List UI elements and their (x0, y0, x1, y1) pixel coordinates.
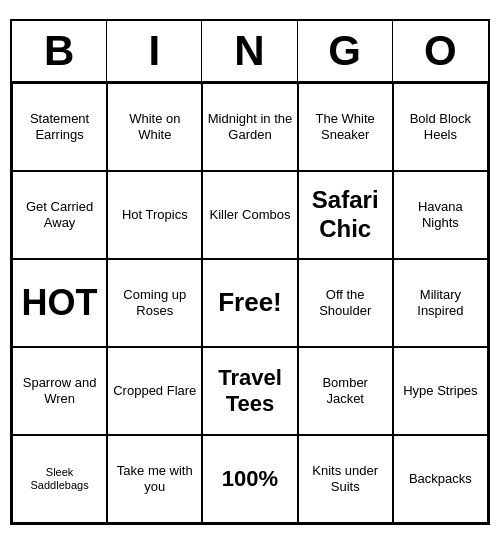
header-b: B (12, 21, 107, 81)
cell-16[interactable]: Cropped Flare (107, 347, 202, 435)
bingo-card: B I N G O Statement Earrings White on Wh… (10, 19, 490, 525)
bingo-grid: Statement Earrings White on White Midnig… (12, 83, 488, 523)
cell-5[interactable]: Get Carried Away (12, 171, 107, 259)
cell-6[interactable]: Hot Tropics (107, 171, 202, 259)
cell-2[interactable]: Midnight in the Garden (202, 83, 297, 171)
cell-10[interactable]: HOT (12, 259, 107, 347)
cell-12-free[interactable]: Free! (202, 259, 297, 347)
cell-8[interactable]: Safari Chic (298, 171, 393, 259)
cell-19[interactable]: Hype Stripes (393, 347, 488, 435)
cell-14[interactable]: Military Inspired (393, 259, 488, 347)
cell-0[interactable]: Statement Earrings (12, 83, 107, 171)
cell-4[interactable]: Bold Block Heels (393, 83, 488, 171)
header-g: G (298, 21, 393, 81)
cell-22[interactable]: 100% (202, 435, 297, 523)
cell-15[interactable]: Sparrow and Wren (12, 347, 107, 435)
cell-13[interactable]: Off the Shoulder (298, 259, 393, 347)
header-n: N (202, 21, 297, 81)
cell-1[interactable]: White on White (107, 83, 202, 171)
cell-24[interactable]: Backpacks (393, 435, 488, 523)
cell-17[interactable]: Travel Tees (202, 347, 297, 435)
cell-23[interactable]: Knits under Suits (298, 435, 393, 523)
cell-3[interactable]: The White Sneaker (298, 83, 393, 171)
header-o: O (393, 21, 488, 81)
cell-11[interactable]: Coming up Roses (107, 259, 202, 347)
cell-7[interactable]: Killer Combos (202, 171, 297, 259)
cell-18[interactable]: Bomber Jacket (298, 347, 393, 435)
bingo-header: B I N G O (12, 21, 488, 83)
cell-20[interactable]: Sleek Saddlebags (12, 435, 107, 523)
header-i: I (107, 21, 202, 81)
cell-9[interactable]: Havana Nights (393, 171, 488, 259)
cell-21[interactable]: Take me with you (107, 435, 202, 523)
